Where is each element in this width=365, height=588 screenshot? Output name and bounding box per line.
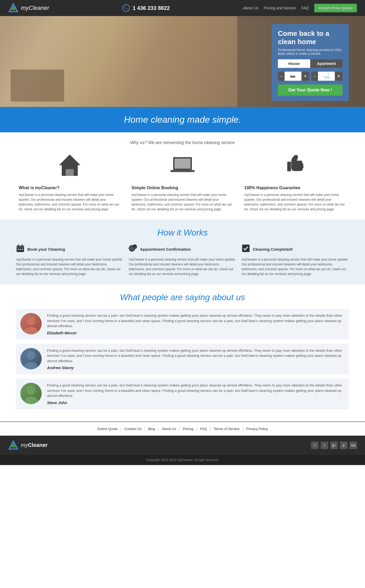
get-quote-button[interactable]: Get Your Quote Now ! bbox=[278, 84, 343, 96]
footer-dark: myCleaner f t g+ p rss bbox=[0, 436, 365, 455]
svg-point-22 bbox=[24, 327, 38, 334]
rss-icon[interactable]: rss bbox=[350, 442, 357, 449]
why-us-section: Why us? We are reinventing the home clea… bbox=[0, 132, 365, 220]
hero-subtext: Professional Home cleaning services in U… bbox=[278, 48, 343, 56]
svg-point-26 bbox=[24, 397, 38, 404]
svg-text:...: ... bbox=[134, 245, 136, 248]
feature-desc-2: myCleaner is a personal cleaning service… bbox=[244, 192, 346, 212]
svg-point-24 bbox=[24, 362, 38, 369]
bathroom-decrement[interactable]: - bbox=[311, 72, 318, 81]
step-desc-0: myCleaner is a personal cleaning service… bbox=[16, 257, 123, 276]
svg-rect-5 bbox=[174, 158, 191, 169]
banner-text: Home cleaning made simple. bbox=[7, 114, 358, 125]
hero-headline: Come back to a clean home bbox=[278, 29, 343, 46]
hero-room-decor bbox=[11, 69, 64, 102]
nav-about[interactable]: About Us bbox=[243, 6, 258, 10]
testimonial-0: Finding a good cleaning service can be a… bbox=[16, 309, 349, 339]
svg-rect-6 bbox=[170, 170, 195, 172]
testimonial-text-1: Finding a good cleaning service can be a… bbox=[47, 348, 345, 370]
testimonial-name-0: Elizabeth Mercer bbox=[47, 331, 77, 335]
step-title-2: Cleaning Completed! bbox=[253, 247, 293, 252]
apartment-tab[interactable]: Apartment bbox=[310, 59, 343, 68]
feature-desc-1: myCleaner is a personal cleaning service… bbox=[131, 192, 234, 212]
steps-list: Book your Cleaning myCleaner is a person… bbox=[16, 244, 349, 276]
feature-desc-0: myCleaner is a personal cleaning service… bbox=[19, 192, 121, 212]
svg-rect-7 bbox=[287, 162, 291, 171]
step-complete-header: Cleaning Completed! bbox=[242, 244, 349, 254]
bedroom-decrement[interactable]: - bbox=[278, 72, 285, 81]
footer-link-faq[interactable]: FAQ bbox=[197, 427, 211, 431]
footer-link-tos[interactable]: Terms of Service bbox=[211, 427, 243, 431]
svg-point-25 bbox=[27, 386, 35, 394]
footer-link-online-quote[interactable]: Online Quote bbox=[94, 427, 121, 431]
testimonials-section: What people are saying about us Finding … bbox=[0, 284, 365, 421]
how-it-works-title: How it Works bbox=[16, 228, 349, 238]
logo-text: myCleaner bbox=[21, 5, 49, 11]
twitter-icon[interactable]: t bbox=[321, 442, 328, 449]
bath-icon: 🛁 bbox=[318, 73, 335, 79]
footer-link-blog[interactable]: Blog bbox=[145, 427, 158, 431]
header: myCleaner 📞 1 436 233 8822 About Us Pric… bbox=[0, 0, 365, 16]
step-title-1: Appointment Confirmation bbox=[140, 247, 191, 252]
googleplus-icon[interactable]: g+ bbox=[330, 442, 338, 449]
footer-link-privacy[interactable]: Privacy Policy bbox=[243, 427, 271, 431]
phone-number: 📞 1 436 233 8822 bbox=[122, 4, 170, 12]
feature-guarantee: 100% Happiness Guarantee myCleaner is a … bbox=[242, 153, 349, 212]
svg-rect-9 bbox=[17, 246, 24, 248]
logo: myCleaner bbox=[8, 3, 49, 13]
footer-link-contact[interactable]: Contact Us bbox=[121, 427, 145, 431]
footer-link-pricing[interactable]: Pricing bbox=[180, 427, 197, 431]
nav-faq[interactable]: FAQ bbox=[301, 6, 309, 10]
feature-title-0: What is myCleaner? bbox=[19, 185, 121, 190]
features-list: What is myCleaner? myCleaner is a person… bbox=[16, 153, 349, 212]
feature-booking: Simple Online Booking myCleaner is a per… bbox=[129, 153, 236, 212]
svg-rect-20 bbox=[242, 245, 250, 252]
logo-icon bbox=[8, 3, 19, 13]
instant-price-quote-button[interactable]: Instant Price Quote bbox=[314, 4, 357, 12]
step-book-header: Book your Cleaning bbox=[16, 244, 123, 254]
bed-icon: 🛏 bbox=[285, 73, 301, 79]
bedroom-increment[interactable]: + bbox=[301, 72, 309, 81]
footer-links: Online Quote Contact Us Blog About Us Pr… bbox=[0, 421, 365, 436]
how-it-works-section: How it Works Book your Cleaning m bbox=[0, 220, 365, 284]
footer-logo-text: myCleaner bbox=[21, 442, 48, 448]
pinterest-icon[interactable]: p bbox=[340, 442, 347, 449]
why-us-subtitle: Why us? We are reinventing the home clea… bbox=[16, 140, 349, 145]
chat-icon: ... bbox=[129, 244, 137, 254]
calendar-icon bbox=[16, 244, 25, 254]
svg-point-23 bbox=[27, 351, 35, 360]
footer-logo-icon bbox=[8, 440, 19, 451]
testimonial-quote-1: Finding a good cleaning service can be a… bbox=[47, 348, 345, 364]
avatar-1 bbox=[20, 348, 42, 369]
testimonial-text-2: Finding a good cleaning service can be a… bbox=[47, 383, 345, 405]
hero-card: Come back to a clean home Professional H… bbox=[271, 24, 349, 101]
svg-rect-14 bbox=[22, 249, 23, 250]
laptop-icon bbox=[131, 153, 234, 182]
house-tab[interactable]: House bbox=[278, 59, 310, 68]
step-desc-1: myCleaner is a personal cleaning service… bbox=[129, 257, 236, 276]
footer-logo: myCleaner bbox=[8, 440, 48, 451]
step-confirm-header: ... Appointment Confirmation bbox=[129, 244, 236, 254]
svg-rect-13 bbox=[20, 249, 21, 250]
social-icons: f t g+ p rss bbox=[311, 442, 357, 449]
testimonial-quote-0: Finding a good cleaning service can be a… bbox=[47, 313, 345, 329]
svg-rect-12 bbox=[18, 249, 19, 250]
bedroom-counter: - 🛏 + bbox=[278, 72, 309, 81]
blue-banner: Home cleaning made simple. bbox=[0, 107, 365, 132]
bathroom-counter: - 🛁 + bbox=[311, 72, 343, 81]
avatar-2 bbox=[20, 383, 42, 404]
step-desc-2: myCleaner is a personal cleaning service… bbox=[242, 257, 349, 276]
bathroom-increment[interactable]: + bbox=[335, 72, 343, 81]
feature-what-is: What is myCleaner? myCleaner is a person… bbox=[16, 153, 123, 212]
svg-rect-3 bbox=[66, 169, 74, 176]
footer-link-about[interactable]: About Us bbox=[158, 427, 179, 431]
main-nav: About Us Pricing and Service FAQ Instant… bbox=[243, 4, 357, 12]
testimonial-name-1: Andrew Stacey bbox=[47, 366, 74, 370]
property-type-tabs: House Apartment bbox=[278, 59, 343, 68]
svg-point-21 bbox=[27, 317, 35, 325]
nav-pricing[interactable]: Pricing and Service bbox=[264, 6, 296, 10]
facebook-icon[interactable]: f bbox=[311, 442, 319, 449]
testimonial-quote-2: Finding a good cleaning service can be a… bbox=[47, 383, 345, 399]
testimonial-2: Finding a good cleaning service can be a… bbox=[16, 378, 349, 409]
checkmark-icon bbox=[242, 244, 250, 254]
